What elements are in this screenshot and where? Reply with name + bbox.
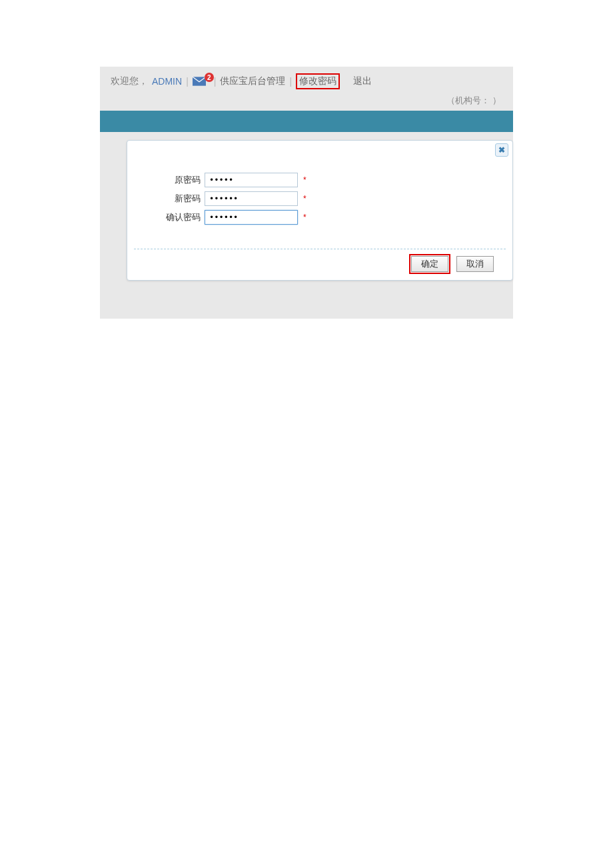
- input-confirm-password[interactable]: [205, 210, 298, 225]
- close-icon[interactable]: ✖: [495, 143, 508, 157]
- app-screenshot: 欢迎您， ADMIN | 2 | 供应宝后台管理 | 修改密码 退出 （机构号：…: [100, 67, 513, 319]
- required-star: *: [303, 213, 306, 222]
- input-old-password[interactable]: [205, 173, 298, 187]
- welcome-label: 欢迎您，: [111, 75, 148, 87]
- change-password-dialog: ✖ 原密码 * 新密码 * 确认密码 *: [127, 140, 513, 281]
- separator: |: [289, 76, 292, 87]
- header-bar: 欢迎您， ADMIN | 2 | 供应宝后台管理 | 修改密码 退出: [100, 67, 513, 95]
- nav-admin[interactable]: 供应宝后台管理: [220, 75, 285, 87]
- dialog-separator: [134, 249, 506, 249]
- nav-change-password[interactable]: 修改密码: [296, 73, 340, 89]
- input-new-password[interactable]: [205, 191, 298, 206]
- separator: |: [186, 76, 189, 87]
- required-star: *: [303, 194, 306, 203]
- cancel-button[interactable]: 取消: [456, 256, 494, 272]
- separator: |: [214, 76, 217, 87]
- ok-button[interactable]: 确定: [411, 256, 448, 272]
- required-star: *: [303, 175, 306, 185]
- label-old-password: 原密码: [154, 174, 201, 186]
- blue-strip: [100, 111, 513, 132]
- org-number: （机构号： ）: [100, 95, 513, 111]
- dialog-footer: 确定 取消: [134, 256, 506, 272]
- row-confirm-password: 确认密码 *: [154, 210, 492, 225]
- row-new-password: 新密码 *: [154, 191, 492, 206]
- nav-logout[interactable]: 退出: [353, 75, 372, 87]
- panel-area: ✖ 原密码 * 新密码 * 确认密码 *: [100, 132, 513, 319]
- label-new-password: 新密码: [154, 193, 201, 205]
- mail-badge: 2: [205, 73, 214, 82]
- mail-icon[interactable]: 2: [193, 77, 210, 86]
- row-old-password: 原密码 *: [154, 173, 492, 187]
- user-name: ADMIN: [152, 76, 182, 87]
- form-area: 原密码 * 新密码 * 确认密码 *: [134, 146, 506, 237]
- label-confirm-password: 确认密码: [154, 211, 201, 223]
